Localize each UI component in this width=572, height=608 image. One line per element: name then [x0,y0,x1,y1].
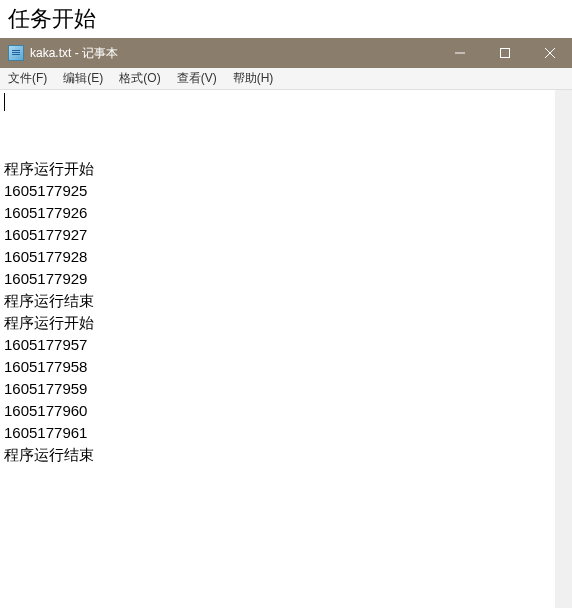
minimize-button[interactable] [437,38,482,68]
text-line: 1605177928 [4,246,551,268]
close-button[interactable] [527,38,572,68]
notepad-icon [8,45,24,61]
text-line: 1605177958 [4,356,551,378]
menubar: 文件(F) 编辑(E) 格式(O) 查看(V) 帮助(H) [0,68,572,90]
content-wrapper: 程序运行开始1605177925160517792616051779271605… [0,90,572,608]
text-cursor-icon [4,93,5,111]
text-line: 1605177959 [4,378,551,400]
text-editor[interactable]: 程序运行开始1605177925160517792616051779271605… [0,90,555,608]
menu-edit[interactable]: 编辑(E) [55,68,111,89]
text-line: 程序运行开始 [4,158,551,180]
menu-format[interactable]: 格式(O) [111,68,168,89]
titlebar[interactable]: kaka.txt - 记事本 [0,38,572,68]
text-line: 程序运行结束 [4,444,551,466]
maximize-button[interactable] [482,38,527,68]
text-line: 1605177960 [4,400,551,422]
text-line: 1605177957 [4,334,551,356]
svg-rect-1 [500,49,509,58]
text-line: 1605177929 [4,268,551,290]
text-line: 程序运行结束 [4,290,551,312]
menu-file[interactable]: 文件(F) [0,68,55,89]
text-line: 1605177961 [4,422,551,444]
vertical-scrollbar[interactable] [555,90,572,608]
window-title: kaka.txt - 记事本 [30,45,437,62]
window-controls [437,38,572,68]
outer-title: 任务开始 [0,0,572,38]
menu-view[interactable]: 查看(V) [169,68,225,89]
menu-help[interactable]: 帮助(H) [225,68,282,89]
text-line: 1605177925 [4,180,551,202]
text-line: 1605177926 [4,202,551,224]
text-line: 1605177927 [4,224,551,246]
text-line: 程序运行开始 [4,312,551,334]
